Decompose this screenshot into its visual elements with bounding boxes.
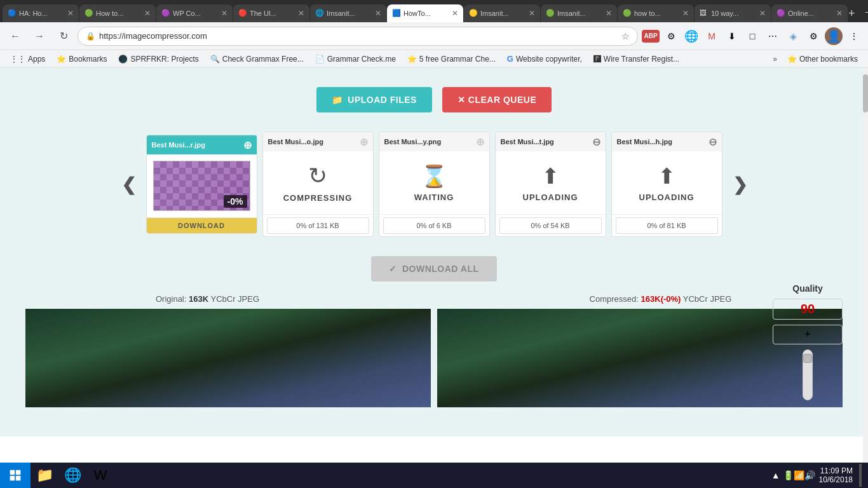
menu-icon[interactable]: ⋮ — [845, 27, 863, 45]
tab-favicon-imsanit1: 🌐 — [315, 9, 324, 18]
bookmark-otherbookmarks[interactable]: ⭐ Other bookmarks — [782, 52, 863, 66]
extension3-icon[interactable]: 🌐 — [682, 27, 700, 45]
tab-ha[interactable]: 🔵 HA: Ho... ✕ — [3, 4, 79, 22]
minimize-button[interactable]: — — [855, 0, 868, 22]
taskbar-word[interactable]: W — [86, 463, 114, 488]
tab-close-howto[interactable]: ✕ — [144, 9, 151, 18]
upload-files-button[interactable]: 📁 UPLOAD FILES — [316, 87, 432, 112]
grammarcheckme-icon: 📄 — [315, 55, 325, 64]
bookmark-sprfrkr-label: SPRFRKR: Projects — [130, 55, 198, 64]
star-icon[interactable]: ☆ — [621, 31, 630, 41]
bookmark-5freegrammar[interactable]: ⭐ 5 free Grammar Che... — [402, 52, 501, 66]
start-button[interactable] — [0, 463, 31, 488]
taskbar-right: ▲ 🔋📶🔊 11:09 PM 10/6/2018 — [771, 464, 868, 487]
refresh-button[interactable]: ↻ — [53, 26, 74, 46]
file-card-body-2: ↻ COMPRESSING — [263, 151, 373, 215]
file-card-download-button-1[interactable]: DOWNLOAD — [147, 218, 257, 233]
tab-howto2[interactable]: 🟦 HowTo... ✕ — [387, 4, 463, 22]
tab-title-howto: How to... — [96, 10, 142, 17]
file-card-header-2: Best Musi...o.jpg ⊕ — [263, 132, 373, 151]
back-button[interactable]: ← — [5, 26, 25, 46]
clear-queue-button[interactable]: ✕ CLEAR QUEUE — [442, 87, 552, 112]
bookmark-apps[interactable]: ⋮⋮ Apps — [5, 52, 50, 66]
download-all-button[interactable]: ✓ DOWNLOAD ALL — [371, 256, 496, 281]
adblocker-icon[interactable]: ABP — [642, 30, 660, 43]
address-url: https://imagecompressor.com — [99, 31, 618, 41]
download-icon[interactable]: ⬇ — [723, 27, 741, 45]
bookmarks-icon: ⭐ — [57, 55, 66, 64]
tab-close-10way[interactable]: ✕ — [759, 9, 766, 18]
quality-plus-button[interactable]: + — [773, 325, 843, 344]
file-card-minus-4[interactable]: ⊖ — [592, 136, 600, 148]
tab-theul[interactable]: 🔴 The Ul... ✕ — [233, 4, 309, 22]
slider-thumb[interactable] — [803, 354, 812, 363]
settings-icon[interactable]: ⚙ — [804, 27, 822, 45]
uploading-icon-4: ⬆ — [541, 163, 559, 189]
upload-icon: 📁 — [332, 95, 343, 105]
bookmark-grammarcheckme[interactable]: 📄 Grammar Check.me — [310, 52, 401, 66]
tab-howto[interactable]: 🟢 How to... ✕ — [79, 4, 156, 22]
quality-slider-container — [773, 349, 843, 400]
tab-online[interactable]: 🟣 Online... ✕ — [771, 4, 848, 22]
more-extensions-icon[interactable]: ⋯ — [764, 27, 782, 45]
tab-wp[interactable]: 🟣 WP Co... ✕ — [156, 4, 233, 22]
lock-icon: 🔒 — [86, 32, 95, 41]
tab-close-imsanit1[interactable]: ✕ — [375, 9, 381, 18]
extension4-icon[interactable]: □ — [743, 27, 761, 45]
bookmarks-more[interactable]: » — [769, 55, 781, 64]
gmail-icon[interactable]: M — [703, 27, 721, 45]
next-arrow[interactable]: ❯ — [728, 174, 752, 195]
compressing-text: COMPRESSING — [283, 193, 353, 203]
tab-title-imsanit1: Imsanit... — [327, 10, 372, 17]
tab-10way[interactable]: 🖼 10 way... ✕ — [695, 4, 771, 22]
file-card-minus-5[interactable]: ⊖ — [709, 136, 717, 148]
percentage-badge: -0% — [224, 195, 247, 208]
tab-close-theul[interactable]: ✕ — [298, 9, 304, 18]
profile-icon[interactable]: 👤 — [825, 27, 843, 45]
tab-close-ha[interactable]: ✕ — [67, 9, 74, 18]
file-card-header-1: Best Musi...r.jpg ⊕ — [147, 135, 257, 154]
file-card-thumbnail-1: -0% — [153, 161, 250, 211]
extensions-bar: ABP ⚙ 🌐 M ⬇ □ ⋯ ◈ ⚙ 👤 ⋮ — [642, 27, 863, 45]
tab-close-howto2[interactable]: ✕ — [452, 9, 458, 18]
address-bar[interactable]: 🔒 https://imagecompressor.com ☆ — [78, 27, 638, 46]
extension2-icon[interactable]: ⚙ — [662, 27, 680, 45]
file-card-body-5: ⬆ UPLOADING — [612, 151, 722, 215]
forward-button[interactable]: → — [29, 26, 50, 46]
taskbar-chrome[interactable]: 🌐 — [58, 463, 86, 488]
prev-arrow[interactable]: ❮ — [116, 174, 141, 195]
tab-howto3[interactable]: 🟢 how to... ✕ — [618, 4, 694, 22]
file-card-plus-2[interactable]: ⊕ — [360, 136, 368, 148]
file-card-title-4: Best Musi...t.jpg — [501, 138, 588, 146]
tab-close-online[interactable]: ✕ — [836, 9, 843, 18]
bookmark-wiretransfer[interactable]: 🅿 Wire Transfer Regist... — [588, 52, 684, 66]
tab-close-wp[interactable]: ✕ — [221, 9, 227, 18]
uploading-text-5: UPLOADING — [639, 193, 695, 202]
original-format: YCbCr JPEG — [210, 294, 259, 304]
tab-close-imsanit3[interactable]: ✕ — [606, 9, 612, 18]
file-card-plus-3[interactable]: ⊕ — [476, 136, 484, 148]
comparison-labels: Original: 163K YCbCr JPEG Compressed: 16… — [25, 294, 843, 304]
vpn-icon[interactable]: ◈ — [784, 27, 802, 45]
tab-close-howto3[interactable]: ✕ — [682, 9, 689, 18]
tab-imsanit2[interactable]: 🟡 Imsanit... ✕ — [464, 4, 540, 22]
bookmark-bookmarks-label: Bookmarks — [69, 55, 107, 64]
bookmark-websitecopy[interactable]: G Website copywriter, — [502, 52, 587, 66]
tab-imsanit1[interactable]: 🌐 Imsanit... ✕ — [310, 4, 386, 22]
tab-favicon-10way: 🖼 — [700, 9, 709, 18]
tab-favicon-theul: 🔴 — [238, 9, 247, 18]
show-desktop-button[interactable] — [859, 464, 862, 487]
bookmark-bookmarks[interactable]: ⭐ Bookmarks — [51, 52, 112, 66]
file-card-plus-1[interactable]: ⊕ — [243, 139, 252, 151]
wiretransfer-icon: 🅿 — [593, 55, 601, 64]
taskbar-date-value: 10/6/2018 — [819, 475, 853, 484]
tab-imsanit3[interactable]: 🟢 Imsanit... ✕ — [541, 4, 617, 22]
bookmark-checkgrammar[interactable]: 🔍 Check Grammax Free... — [205, 52, 309, 66]
scrollbar-thumb[interactable] — [863, 74, 868, 112]
tab-close-imsanit2[interactable]: ✕ — [529, 9, 535, 18]
chrome-icon: 🌐 — [64, 467, 81, 484]
new-tab-button[interactable]: + — [848, 4, 855, 22]
bookmark-sprfrkr[interactable]: 🌑 SPRFRKR: Projects — [113, 52, 203, 66]
quality-slider[interactable] — [803, 349, 813, 400]
taskbar-file-explorer[interactable]: 📁 — [31, 463, 58, 488]
